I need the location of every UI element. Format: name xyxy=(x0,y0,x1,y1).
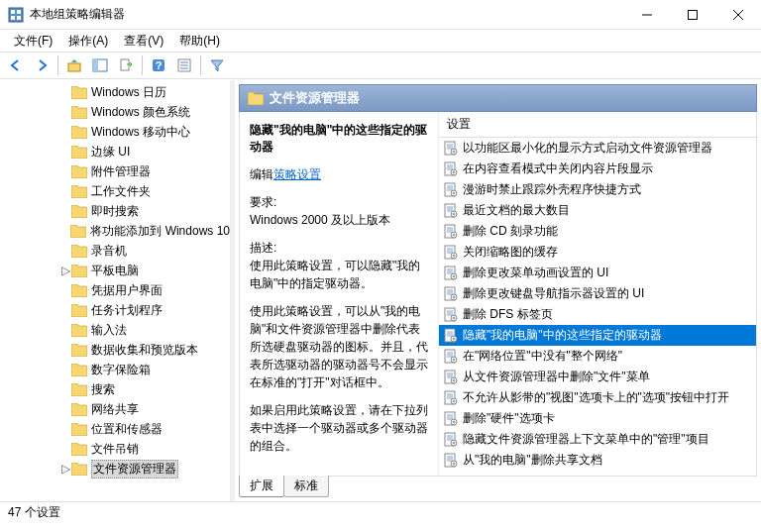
settings-list-item[interactable]: 从"我的电脑"删除共享文档 xyxy=(439,450,756,471)
up-button[interactable] xyxy=(62,53,86,77)
settings-column-header[interactable]: 设置 xyxy=(439,112,756,138)
close-button[interactable] xyxy=(715,0,761,30)
svg-rect-1 xyxy=(11,10,15,14)
panel-header: 文件资源管理器 xyxy=(239,84,757,112)
right-panel: 文件资源管理器 隐藏"我的电脑"中的这些指定的驱动器 编辑策略设置 要求: Wi… xyxy=(235,80,761,501)
tree-item[interactable]: Windows 移动中心 xyxy=(0,122,230,142)
expand-arrow-icon[interactable]: ▷ xyxy=(59,462,71,476)
filter-button[interactable] xyxy=(205,53,229,77)
menu-action[interactable]: 操作(A) xyxy=(60,31,116,52)
folder-icon xyxy=(71,165,87,178)
maximize-button[interactable] xyxy=(670,0,715,30)
folder-up-icon xyxy=(66,57,82,73)
settings-list-item[interactable]: 从文件资源管理器中删除"文件"菜单 xyxy=(439,367,756,387)
menu-file[interactable]: 文件(F) xyxy=(6,31,60,52)
menu-view[interactable]: 查看(V) xyxy=(116,31,171,52)
tree-item[interactable]: 文件吊销 xyxy=(0,439,230,459)
policy-icon xyxy=(443,182,459,198)
tree-item[interactable]: 凭据用户界面 xyxy=(0,280,230,300)
tree-item[interactable]: 网络共享 xyxy=(0,399,230,419)
show-hide-tree-button[interactable] xyxy=(88,53,112,77)
panel-header-title: 文件资源管理器 xyxy=(270,89,360,107)
svg-rect-4 xyxy=(17,16,21,20)
menu-help[interactable]: 帮助(H) xyxy=(171,31,228,52)
folder-icon xyxy=(71,463,87,476)
tree-item-label: 将功能添加到 Windows 10 xyxy=(90,223,230,240)
settings-item-label: 隐藏文件资源管理器上下文菜单中的"管理"项目 xyxy=(463,431,709,448)
tree-item-label: 录音机 xyxy=(91,243,127,260)
tree-item-label: Windows 日历 xyxy=(91,84,166,101)
minimize-button[interactable] xyxy=(624,0,670,30)
tree-item[interactable]: 搜索 xyxy=(0,379,230,399)
req-value: Windows 2000 及以上版本 xyxy=(250,213,390,227)
tree-item-label: 附件管理器 xyxy=(91,163,151,180)
status-bar: 47 个设置 xyxy=(0,501,761,523)
tree-item-label: 工作文件夹 xyxy=(91,183,151,200)
settings-item-label: 删除 CD 刻录功能 xyxy=(463,223,558,240)
settings-list-item[interactable]: 删除"硬件"选项卡 xyxy=(439,408,756,429)
settings-list-item[interactable]: 最近文档的最大数目 xyxy=(439,200,756,221)
settings-list-item[interactable]: 漫游时禁止跟踪外壳程序快捷方式 xyxy=(439,179,756,200)
settings-list-item[interactable]: 关闭缩略图的缓存 xyxy=(439,242,756,263)
settings-item-label: 隐藏"我的电脑"中的这些指定的驱动器 xyxy=(463,327,662,344)
edit-policy-link[interactable]: 策略设置 xyxy=(273,167,321,181)
settings-list-item[interactable]: 删除更改键盘导航指示器设置的 UI xyxy=(439,283,756,304)
policy-icon xyxy=(443,266,459,281)
export-button[interactable] xyxy=(114,53,138,77)
tree-item[interactable]: 输入法 xyxy=(0,320,230,340)
tree-item[interactable]: Windows 日历 xyxy=(0,82,230,102)
tree-item[interactable]: 将功能添加到 Windows 10 xyxy=(0,221,230,241)
desc-1: 使用此策略设置，可以隐藏"我的电脑"中的指定驱动器。 xyxy=(250,259,420,290)
tree-item[interactable]: 即时搜索 xyxy=(0,201,230,221)
settings-item-label: 在内容查看模式中关闭内容片段显示 xyxy=(463,160,653,177)
tree-item[interactable]: 录音机 xyxy=(0,241,230,261)
desc-label: 描述: xyxy=(250,241,276,255)
settings-list-item[interactable]: 删除更改菜单动画设置的 UI xyxy=(439,263,756,283)
tree-view[interactable]: Windows 日历Windows 颜色系统Windows 移动中心边缘 UI附… xyxy=(0,80,230,501)
settings-list[interactable]: 以功能区最小化的显示方式启动文件资源管理器在内容查看模式中关闭内容片段显示漫游时… xyxy=(439,138,756,476)
tree-item[interactable]: 工作文件夹 xyxy=(0,181,230,201)
tree-item[interactable]: 数据收集和预览版本 xyxy=(0,340,230,360)
tree-item[interactable]: 位置和传感器 xyxy=(0,419,230,439)
tree-item-label: 输入法 xyxy=(91,322,127,339)
settings-list-item[interactable]: 不允许从影带的"视图"选项卡上的"选项"按钮中打开 xyxy=(439,387,756,408)
settings-item-label: 删除更改键盘导航指示器设置的 UI xyxy=(463,285,644,302)
forward-button[interactable] xyxy=(30,53,54,77)
tab-strip: 扩展 标准 xyxy=(239,476,757,497)
settings-list-item[interactable]: 以功能区最小化的显示方式启动文件资源管理器 xyxy=(439,138,756,159)
desc-3: 如果启用此策略设置，请在下拉列表中选择一个驱动器或多个驱动器的组合。 xyxy=(250,401,428,455)
tree-item[interactable]: 边缘 UI xyxy=(0,142,230,161)
tab-extended[interactable]: 扩展 xyxy=(239,476,284,497)
menu-bar: 文件(F) 操作(A) 查看(V) 帮助(H) xyxy=(0,30,761,52)
policy-icon xyxy=(443,328,459,344)
settings-item-label: 删除更改菜单动画设置的 UI xyxy=(463,265,608,281)
folder-icon xyxy=(71,344,87,357)
help-icon: ? xyxy=(151,57,166,73)
tree-item[interactable]: ▷平板电脑 xyxy=(0,261,230,280)
settings-item-label: 从"我的电脑"删除共享文档 xyxy=(463,452,602,469)
window-title: 本地组策略编辑器 xyxy=(30,6,624,23)
settings-list-item[interactable]: 删除 CD 刻录功能 xyxy=(439,221,756,242)
forward-arrow-icon xyxy=(34,57,50,73)
tree-pane-icon xyxy=(92,57,108,73)
expand-arrow-icon[interactable]: ▷ xyxy=(59,264,71,277)
tree-item[interactable]: 附件管理器 xyxy=(0,161,230,181)
settings-list-item[interactable]: 在"网络位置"中没有"整个网络" xyxy=(439,346,756,367)
tree-item-label: 网络共享 xyxy=(91,401,139,418)
folder-icon xyxy=(71,443,87,456)
tree-item[interactable]: 数字保险箱 xyxy=(0,360,230,379)
tree-item-label: 数字保险箱 xyxy=(91,362,151,378)
tree-item[interactable]: ▷文件资源管理器 xyxy=(0,459,230,479)
help-button[interactable]: ? xyxy=(147,53,170,77)
settings-list-item[interactable]: 删除 DFS 标签页 xyxy=(439,304,756,325)
tree-item[interactable]: Windows 颜色系统 xyxy=(0,102,230,122)
requirements: 要求: Windows 2000 及以上版本 xyxy=(250,193,428,229)
tree-item[interactable]: 任务计划程序 xyxy=(0,300,230,320)
settings-list-item[interactable]: 在内容查看模式中关闭内容片段显示 xyxy=(439,159,756,179)
edit-prefix: 编辑 xyxy=(250,167,273,181)
settings-list-item[interactable]: 隐藏文件资源管理器上下文菜单中的"管理"项目 xyxy=(439,429,756,450)
settings-list-item[interactable]: 隐藏"我的电脑"中的这些指定的驱动器 xyxy=(439,325,756,346)
tab-standard[interactable]: 标准 xyxy=(283,476,329,497)
back-button[interactable] xyxy=(4,53,28,77)
properties-button[interactable] xyxy=(172,53,196,77)
